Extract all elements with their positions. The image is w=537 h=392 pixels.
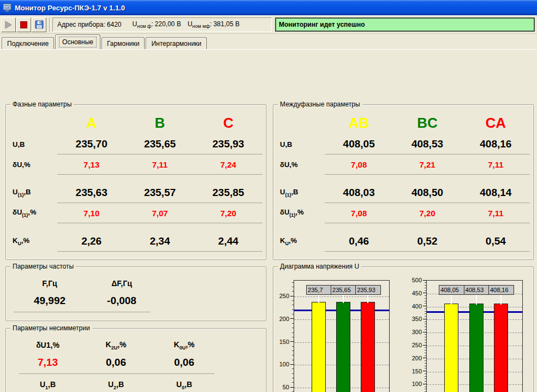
tab-Подключение[interactable]: Подключение [2,37,54,49]
y-minor-tick [292,351,294,351]
frequency-headers: F,ГцΔF,Гц [14,276,266,291]
param-value: 0,54 [462,235,530,247]
phase-column-header: A [57,115,126,132]
param-header: ΔF,Гц [86,279,158,288]
unbalance-headers: U1,ВU2,ВU0,В [14,377,266,392]
y-major-tick [423,345,426,346]
phase-column-header: AB [325,115,393,132]
param-value: 235,70 [57,138,126,150]
y-minor-tick [425,322,426,322]
y-major-tick [423,358,426,358]
param-value: 0,06 [82,357,150,369]
param-value: 49,992 [14,295,86,307]
param-row-label: δU(1),% [10,208,57,218]
tab-Гармоники[interactable]: Гармоники [102,37,145,49]
tab-label: Интергармоники [151,40,201,47]
phase-column-header: C [194,115,262,132]
param-row-label: KU,% [10,236,57,246]
bar [312,302,326,392]
y-minor-tick [292,332,294,333]
phase-params-group: Фазные параметры ABCU,В235,70235,65235,9… [5,104,266,260]
bar [494,304,508,392]
bar [336,302,350,392]
param-header: K2U,% [82,340,150,351]
param-row-label: δU,% [10,161,57,169]
start-monitoring-button[interactable] [1,17,16,32]
interphase-params-table: ABBCCAU,В408,05408,53408,16δU,%7,087,217… [273,105,533,252]
title-bar[interactable]: Монитор Ресурс-ПКЭ-1.7 v 1.1.0 [0,0,537,15]
param-header: U2,В [82,380,150,390]
param-value: 7,11 [126,160,194,169]
bar-value-label: 408,05 [439,285,464,295]
phase-column-header: BC [393,115,461,132]
y-major-tick [423,371,426,371]
voltage-diagram-group: Диаграмма напряжения U 235,7235,65235,93… [273,266,534,392]
param-value: 408,53 [393,138,461,150]
y-minor-tick [425,298,426,299]
y-minor-tick [292,314,294,314]
y-major-tick [290,296,294,296]
row-separator [19,373,214,374]
y-major-tick [423,319,426,319]
group-caption: Междуфазные параметры [278,100,362,108]
param-value: 2,44 [194,235,262,247]
param-row-label: KU,% [278,236,325,246]
y-tick-label: 350 [408,316,422,322]
y-minor-tick [292,378,294,378]
tab-Основные[interactable]: Основные [55,34,100,49]
y-minor-tick [292,323,294,324]
bar-value-label: 235,7 [306,285,332,295]
param-row: KU,%2,262,342,44 [10,231,262,251]
param-row: δU(1),%7,087,207,11 [278,203,530,223]
phase-params-table: ABCU,В235,70235,65235,93δU,%7,137,117,24… [6,105,266,252]
param-value: 7,24 [194,160,262,169]
interphase-voltage-chart: 408,05408,53408,160501001502002503003504… [408,280,524,392]
param-row-label: U,В [278,140,325,149]
tab-label: Гармоники [107,40,139,47]
y-tick-label: 300 [408,329,422,335]
y-minor-tick [425,366,426,366]
y-major-tick [290,318,294,319]
param-value: 7,11 [462,160,530,169]
param-value: 7,20 [393,209,461,218]
y-minor-tick [292,287,294,287]
y-minor-tick [425,337,426,337]
y-minor-tick [425,381,426,382]
bar-callout-line [318,295,319,303]
y-tick-label: 250 [408,342,422,348]
y-minor-tick [292,282,294,283]
unbalance-params-group: Параметры несимметрии δU1,%K2U,%K0U,%7,1… [5,328,266,392]
bar [361,302,375,392]
y-minor-tick [292,328,294,328]
y-minor-tick [425,324,426,324]
y-minor-tick [425,288,426,288]
stop-monitoring-button[interactable] [16,17,31,32]
param-row: KU,%0,460,520,54 [278,231,530,251]
y-minor-tick [292,369,294,369]
y-major-tick [423,306,426,306]
param-value: 7,10 [57,209,126,218]
param-header: U1,В [14,380,82,390]
y-major-tick [423,384,426,384]
y-tick-label: 150 [408,368,422,375]
tab-strip: ПодключениеОсновныеГармоникиИнтергармони… [0,34,537,49]
bar-callout-line [451,295,452,305]
y-minor-tick [425,350,426,351]
y-tick-label: 250 [277,293,289,299]
y-minor-tick [425,347,426,348]
unom-phase: Uном ф: 220,00 В [133,20,181,29]
param-row-label: U(1),В [10,188,57,198]
param-value: 2,34 [126,235,194,247]
param-value: 7,08 [325,209,393,218]
group-caption: Диаграмма напряжения U [278,263,361,270]
row-separator [325,251,530,252]
bar-value-label: 235,93 [355,285,381,295]
bar [469,304,484,392]
tab-Интергармоники[interactable]: Интергармоники [146,37,207,49]
param-row: U,В235,70235,65235,93 [10,134,262,154]
param-value: 235,65 [126,138,194,150]
save-button[interactable] [32,17,46,32]
tab-page-main: Фазные параметры ABCU,В235,70235,65235,9… [0,49,537,392]
y-minor-tick [425,373,426,374]
bar-value-label: 408,16 [488,285,514,295]
